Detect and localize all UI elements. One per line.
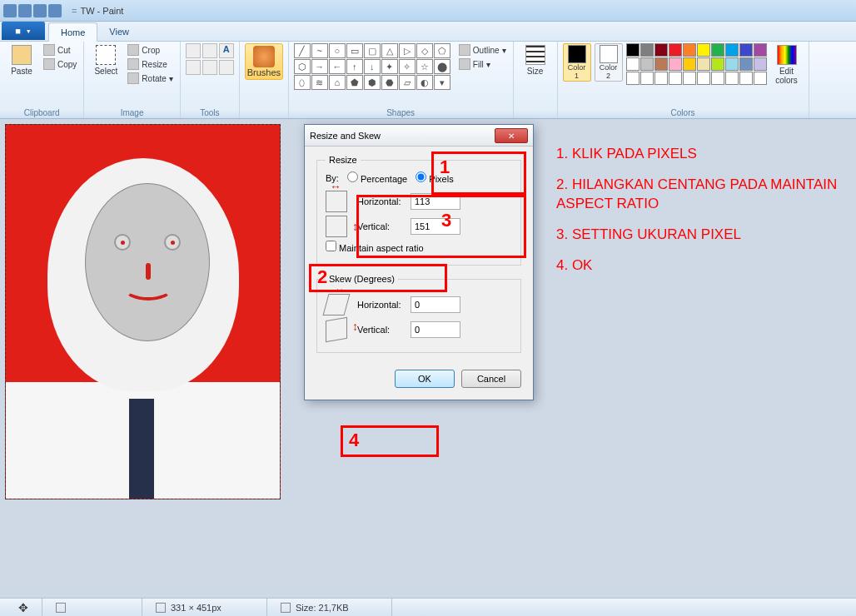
ok-button[interactable]: OK (395, 370, 455, 388)
save-icon[interactable] (18, 4, 32, 17)
select-button[interactable]: Select (89, 43, 122, 77)
dialog-titlebar[interactable]: Resize and Skew ✕ (305, 125, 533, 147)
qa-icon[interactable] (3, 4, 17, 17)
undo-icon[interactable] (33, 4, 47, 17)
palette-swatch[interactable] (697, 72, 710, 85)
palette-swatch[interactable] (711, 57, 724, 71)
fill-icon (459, 58, 470, 70)
fill-tool[interactable] (202, 43, 217, 58)
resize-icon (127, 58, 139, 70)
palette-swatch[interactable] (739, 43, 753, 57)
cut-button[interactable]: Cut (42, 43, 78, 57)
resize-button[interactable]: Resize (126, 57, 174, 71)
crop-button[interactable]: Crop (126, 43, 174, 57)
brush-icon (253, 46, 275, 67)
resize-vertical-icon (326, 216, 347, 237)
size-icon (525, 45, 545, 65)
palette-swatch[interactable] (697, 57, 710, 71)
group-image: Select Crop Resize Rotate ▾ Image (84, 42, 180, 118)
palette-swatch[interactable] (754, 57, 767, 71)
palette-swatch[interactable] (640, 72, 654, 85)
skew-horizontal-input[interactable] (411, 296, 460, 313)
shape-outline-button[interactable]: Outline ▾ (457, 43, 508, 57)
color1-swatch (568, 45, 586, 63)
color1-button[interactable]: Color 1 (563, 43, 591, 82)
group-size: Size (514, 42, 558, 118)
palette-swatch[interactable] (725, 57, 739, 71)
palette-swatch[interactable] (697, 43, 710, 57)
redo-icon[interactable] (48, 4, 62, 17)
palette-swatch[interactable] (683, 72, 696, 85)
tab-view[interactable]: View (97, 22, 141, 41)
palette-swatch[interactable] (654, 43, 668, 57)
palette-swatch[interactable] (739, 57, 753, 71)
group-tools: A Tools (181, 42, 240, 118)
canvas-image[interactable] (5, 124, 281, 499)
callout-num-4: 4 (349, 430, 359, 451)
palette-swatch[interactable] (626, 43, 640, 57)
rotate-button[interactable]: Rotate ▾ (126, 72, 174, 85)
face-mouth (123, 276, 173, 301)
palette-swatch[interactable] (626, 57, 640, 71)
step-3: 3. SETTING UKURAN PIXEL (556, 226, 839, 245)
zoom-tool[interactable] (219, 60, 234, 75)
window-titlebar: = TW - Paint (0, 0, 856, 22)
palette-swatch[interactable] (739, 72, 753, 85)
resize-horizontal-icon (326, 191, 347, 212)
copy-button[interactable]: Copy (42, 57, 78, 71)
rotate-icon (127, 72, 139, 84)
instruction-text: 1. KLIK PADA PIXELS 2. HILANGKAN CENTANG… (556, 140, 839, 287)
palette-swatch[interactable] (725, 43, 739, 57)
dialog-close-button[interactable]: ✕ (495, 128, 528, 143)
step-2: 2. HILANGKAN CENTANG PADA MAINTAIN ASPEC… (556, 176, 839, 214)
app-name: Paint (102, 6, 123, 16)
shapes-gallery[interactable]: ╱~○▭▢△▷◇⬠ ⬡→←↑↓✦✧☆⬤ ⬯≋⌂⬟⬢⬣▱◐▾ (294, 43, 450, 90)
size-button[interactable]: Size (519, 43, 552, 77)
palette-swatch[interactable] (626, 72, 640, 85)
crop-icon (127, 44, 139, 56)
step-1: 1. KLIK PADA PIXELS (556, 145, 839, 164)
eraser-tool[interactable] (186, 60, 201, 75)
edit-colors-icon (777, 45, 797, 65)
palette-swatch[interactable] (683, 43, 696, 57)
palette-swatch[interactable] (654, 57, 668, 71)
document-name: TW (80, 6, 94, 16)
photo-tie (129, 399, 154, 499)
text-tool[interactable]: A (219, 43, 234, 58)
palette-swatch[interactable] (754, 43, 767, 57)
palette-swatch[interactable] (640, 43, 654, 57)
palette-swatch[interactable] (683, 57, 696, 71)
palette-swatch[interactable] (640, 57, 654, 71)
color-palette[interactable] (626, 43, 767, 85)
skew-vertical-input[interactable] (411, 321, 460, 338)
palette-swatch[interactable] (669, 43, 682, 57)
face-eye-right (164, 234, 181, 251)
palette-swatch[interactable] (711, 72, 724, 85)
tab-home[interactable]: Home (48, 22, 97, 42)
picker-tool[interactable] (202, 60, 217, 75)
photo-face-obscured (85, 183, 210, 341)
ribbon: Paste Cut Copy Clipboard Select Crop Res… (0, 42, 856, 119)
face-eye-left (114, 234, 131, 251)
percentage-radio[interactable]: Percentage (347, 171, 407, 184)
palette-swatch[interactable] (654, 72, 668, 85)
palette-swatch[interactable] (754, 72, 767, 85)
palette-swatch[interactable] (725, 72, 739, 85)
pencil-tool[interactable] (186, 43, 201, 58)
palette-swatch[interactable] (711, 43, 724, 57)
brushes-button[interactable]: Brushes (245, 43, 283, 80)
outline-icon (459, 44, 470, 56)
palette-swatch[interactable] (669, 72, 682, 85)
color2-swatch (600, 45, 618, 63)
callout-num-2: 2 (317, 266, 327, 288)
paste-button[interactable]: Paste (5, 43, 38, 77)
color2-button[interactable]: Color 2 (595, 43, 623, 82)
shape-fill-button[interactable]: Fill ▾ (457, 57, 508, 71)
group-clipboard: Paste Cut Copy Clipboard (0, 42, 84, 118)
palette-swatch[interactable] (669, 57, 682, 71)
edit-colors-button[interactable]: Edit colors (770, 43, 804, 87)
step-4: 4. OK (556, 256, 839, 276)
file-menu-button[interactable]: ■▼ (2, 22, 45, 40)
callout-box-2 (309, 264, 447, 292)
cancel-button[interactable]: Cancel (461, 370, 521, 388)
